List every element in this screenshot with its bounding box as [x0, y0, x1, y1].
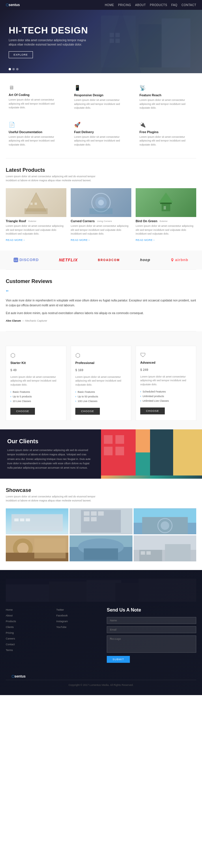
review-quote-text: Vion aute irure dolor in reprehenderit i… [6, 298, 196, 308]
product-curved-link[interactable]: READ MORE › [71, 239, 90, 242]
product-triangle-meta: Triangle Roof Exterior [6, 219, 66, 223]
features-grid: 🖥 Art Of Coding Lorem ipsum dolor sit am… [6, 82, 196, 150]
product-green-text: Lorem ipsum dolor sit amet consectetur a… [136, 224, 196, 236]
nav-contact[interactable]: CONTACT [181, 3, 196, 7]
footer-link-products: Products [6, 619, 51, 623]
svg-rect-63 [165, 545, 191, 561]
product-curved: Curved Corners Living Corners Lorem ipsu… [71, 188, 131, 242]
nav-home[interactable]: HOME [105, 3, 114, 7]
nav-about[interactable]: ABOUT [135, 3, 146, 7]
footer-link-twitter: Twitter [56, 608, 101, 612]
footer-submit-button[interactable]: SUBMIT [107, 656, 130, 663]
footer-home-link[interactable]: Home [6, 608, 13, 611]
feature-coding-title: Art Of Coding [9, 93, 63, 97]
hero-dot-1[interactable] [9, 68, 11, 70]
footer-link-instagram: Instagram [56, 619, 101, 623]
footer-clients-link[interactable]: Clients [6, 626, 14, 628]
svg-rect-64 [141, 551, 145, 555]
footer-contact-link[interactable]: Contact [6, 643, 15, 646]
explore-button[interactable]: EXPLORE [9, 51, 33, 58]
feature-plugins-title: Free Plugins [139, 130, 193, 134]
feature-plugins: 🔌 Free Plugins Lorem ipsum dolor sit ame… [137, 119, 196, 150]
feature-docs-text: Lorem ipsum dolor sit amet consectetur a… [9, 135, 63, 147]
footer-pricing-link[interactable]: Pricing [6, 631, 14, 634]
svg-point-21 [15, 260, 16, 260]
footer-twitter-link[interactable]: Twitter [56, 608, 64, 611]
hero-dots [9, 68, 19, 70]
features-section: 🖥 Art Of Coding Lorem ipsum dolor sit am… [0, 73, 202, 158]
review-role: Mechanic Capturer [25, 319, 47, 322]
product-curved-category: Living Corners [97, 220, 112, 222]
nav-products[interactable]: PRODUCTS [150, 3, 167, 7]
svg-rect-26 [136, 453, 150, 475]
starter-choose-button[interactable]: CHOOSE [10, 408, 35, 415]
svg-rect-45 [91, 517, 97, 522]
showcase-item-2 [69, 508, 132, 534]
nav-pricing[interactable]: PRICING [118, 3, 131, 7]
footer-logo-icon: ⬡ [11, 674, 15, 678]
advanced-price-value: 249 [143, 368, 148, 371]
showcase-section: Showcase Lorem ipsum dolor sit amet cons… [0, 479, 202, 570]
footer-link-contact: Contact [6, 642, 51, 646]
product-curved-name: Curved Corners [71, 219, 95, 223]
reviews-section: Customer Reviews " Vion aute irure dolor… [0, 270, 202, 331]
hero-title: HI-TECH DESIGN [9, 25, 193, 36]
product-triangle-image [6, 188, 66, 217]
starter-feature-2: Up to 5 products [10, 394, 62, 399]
product-green-image [136, 188, 196, 217]
svg-rect-59 [84, 549, 118, 560]
svg-rect-43 [98, 512, 104, 516]
our-clients-section: Our Clients Lorem ipsum dolor sit amet c… [0, 429, 202, 479]
footer-about-link[interactable]: About [6, 614, 13, 617]
product-green-link[interactable]: READ MORE › [136, 239, 155, 242]
starter-price-value: 49 [13, 368, 17, 372]
feature-delivery: 🚀 Fast Delivery Lorem ipsum dolor sit am… [71, 119, 131, 150]
product-green-category: Exterior [160, 220, 168, 222]
feature-responsive-title: Responsive Design [74, 93, 128, 97]
footer-link-home: Home [6, 608, 51, 612]
plugins-icon: 🔌 [139, 122, 193, 128]
delivery-icon: 🚀 [74, 122, 128, 128]
footer-message-input[interactable] [107, 636, 196, 653]
footer-email-input[interactable] [107, 626, 196, 633]
clients-title: Our Clients [7, 438, 94, 445]
pricing-advanced: 🛡 Advanced $ 249 Lorem ipsum dolor sit a… [136, 346, 196, 421]
footer-youtube-link[interactable]: YouTube [56, 626, 66, 628]
professional-text: Lorem ipsum dolor sit amet consectetur a… [75, 375, 127, 387]
professional-feature-3: 100 Live Classes [75, 399, 127, 403]
starter-feature-1: Basic Features [10, 390, 62, 394]
svg-rect-41 [84, 512, 90, 516]
professional-feature-2: Up to 50 products [75, 394, 127, 399]
hero-dot-3[interactable] [16, 68, 19, 70]
feature-reach-text: Lorem ipsum dolor sit amet consectetur a… [139, 98, 193, 110]
review-quote-mark: " [6, 289, 196, 296]
footer-instagram-link[interactable]: Instagram [56, 620, 68, 623]
hero-section: HI-TECH DESIGN Lorem dolor sitia amet co… [0, 10, 202, 73]
advanced-feature-3: Unlimited Live Classes [140, 399, 192, 403]
professional-features: Basic Features Up to 50 products 100 Liv… [75, 390, 127, 403]
footer-facebook-link[interactable]: Facebook [56, 614, 68, 617]
professional-choose-button[interactable]: CHOOSE [75, 408, 100, 415]
product-triangle: Triangle Roof Exterior Lorem ipsum dolor… [6, 188, 66, 242]
nav-faq[interactable]: FAQ [171, 3, 177, 7]
clients-image [101, 429, 202, 479]
logo-icon: ⬡ [6, 3, 9, 7]
product-triangle-link[interactable]: READ MORE › [6, 239, 25, 242]
svg-rect-19 [164, 206, 166, 210]
coding-icon: 🖥 [9, 85, 63, 91]
footer-name-input[interactable] [107, 617, 196, 624]
footer-terms-link[interactable]: Terms [6, 649, 13, 652]
product-green-name: Bird On Green [136, 219, 157, 223]
pricing-professional: ⬡ Professional $ 169 Lorem ipsum dolor s… [71, 346, 131, 421]
starter-features: Basic Features Up to 5 products 10 Live … [10, 390, 62, 403]
advanced-features: Scheduled Features Unlimited products Un… [140, 389, 192, 403]
advanced-choose-button[interactable]: CHOOSE [140, 407, 165, 414]
svg-rect-30 [115, 435, 124, 444]
hero-dot-2[interactable] [12, 68, 15, 70]
product-triangle-text: Lorem ipsum dolor sit amet consectetur a… [6, 224, 66, 236]
nav-links: HOME PRICING ABOUT PRODUCTS FAQ CONTACT [105, 3, 196, 7]
svg-rect-28 [173, 429, 202, 475]
footer-careers-link[interactable]: Careers [6, 637, 15, 640]
showcase-title: Showcase [6, 487, 196, 493]
footer-products-link[interactable]: Products [6, 620, 16, 623]
